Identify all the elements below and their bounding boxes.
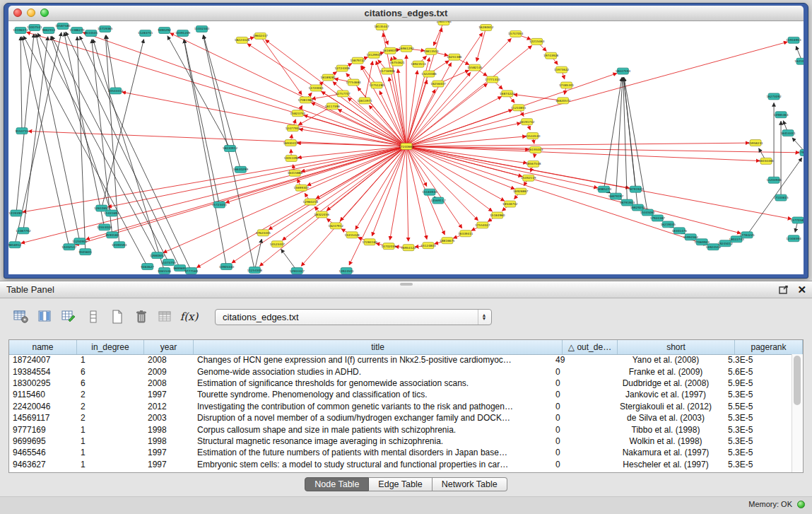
graph-node[interactable]: 17784225 [740, 232, 755, 238]
graph-node[interactable]: 17623405 [256, 230, 271, 236]
graph-node[interactable]: 11250905 [72, 238, 88, 245]
graph-node[interactable]: 14985464 [773, 112, 789, 118]
graph-node[interactable]: 12757707 [336, 90, 351, 97]
graph-node[interactable]: 13770581 [790, 217, 804, 223]
graph-node[interactable]: 16820577 [555, 98, 571, 104]
graph-node[interactable]: 14523407 [270, 241, 286, 247]
graph-node[interactable]: 18322456 [314, 211, 330, 218]
graph-node[interactable]: 11431694 [104, 210, 119, 216]
table-row[interactable]: 1872400712008Changes of HCN gene express… [9, 354, 792, 366]
graph-node[interactable]: 15699307 [294, 185, 310, 191]
column-header-out-degree[interactable]: △ out_de… [563, 340, 618, 354]
edit-table-button[interactable] [59, 308, 78, 326]
graph-node[interactable]: 10590594 [112, 242, 127, 248]
graph-node[interactable]: 9505601 [78, 249, 92, 255]
graph-node[interactable]: 16954122 [401, 245, 416, 251]
graph-node[interactable]: 13220386 [421, 71, 437, 77]
graph-node[interactable]: 16874224 [500, 90, 515, 97]
graph-node[interactable]: 16247912 [329, 223, 344, 229]
graph-node[interactable]: 19813504 [423, 48, 439, 54]
graph-node[interactable]: 16219045 [661, 221, 676, 228]
column-header-title[interactable]: title [194, 340, 563, 354]
column-header-short[interactable]: short [618, 340, 735, 354]
graph-node[interactable]: 20533412 [108, 88, 124, 94]
graph-node[interactable]: 14569117 [430, 197, 446, 204]
graph-node[interactable]: 16256407 [430, 81, 446, 87]
graph-node[interactable]: 12724308 [335, 65, 351, 71]
graph-node[interactable]: 16195003 [528, 147, 543, 153]
graph-node[interactable]: 17771310 [485, 76, 500, 83]
graph-node[interactable]: 11087792 [16, 228, 31, 234]
create-column-button[interactable] [107, 308, 126, 326]
graph-node[interactable]: 10391209 [175, 30, 191, 36]
graph-node[interactable]: 16754621 [389, 59, 405, 66]
tab-network-table[interactable]: Network Table [433, 477, 507, 491]
graph-node[interactable]: 9490292 [158, 27, 171, 33]
close-panel-icon[interactable]: ✕ [797, 284, 806, 295]
minimize-button[interactable] [27, 8, 35, 17]
graph-node[interactable]: 12203946 [766, 177, 782, 183]
graph-node[interactable]: 15124803 [420, 243, 436, 249]
graph-node[interactable]: 10196372 [13, 27, 28, 33]
table-row[interactable]: 1938455462009Genome-wide association stu… [9, 366, 792, 377]
table-scrollbar[interactable] [792, 354, 803, 472]
graph-node[interactable]: 9777169 [184, 268, 198, 274]
graph-node[interactable]: 15716906 [379, 68, 395, 74]
zoom-button[interactable] [40, 8, 49, 17]
tab-edge-table[interactable]: Edge Table [369, 477, 432, 491]
graph-node[interactable]: 15879722 [350, 57, 365, 64]
function-builder-button[interactable]: f(x) [180, 308, 199, 326]
graph-node[interactable]: 18567548 [526, 160, 541, 167]
graph-node[interactable]: 15492119 [521, 175, 536, 181]
column-header-name[interactable]: name [9, 340, 77, 354]
graph-node[interactable]: 16273092 [766, 93, 782, 100]
graph-node[interactable]: 13924501 [339, 268, 355, 274]
graph-node[interactable]: 16169070 [382, 47, 398, 54]
graph-node[interactable]: 16879197 [608, 193, 624, 199]
table-row[interactable]: 1456911722003Disruption of a novel membe… [9, 412, 792, 424]
column-header-pagerank[interactable]: pagerank [735, 340, 803, 354]
graph-node[interactable]: 11032340 [194, 25, 210, 32]
network-window-titlebar[interactable]: citations_edges.txt [8, 6, 804, 21]
graph-node[interactable]: 16251386 [447, 54, 462, 60]
graph-node[interactable]: 19602417 [253, 33, 269, 39]
graph-node[interactable]: 18816675 [440, 238, 455, 244]
panel-resize-handle[interactable] [400, 283, 413, 286]
graph-node[interactable]: 18301476 [672, 228, 688, 234]
table-row[interactable]: 946362711997Embryonic stem cells: a mode… [9, 459, 792, 470]
table-row[interactable]: 911546021997Tourette syndrome. Phenomeno… [9, 389, 792, 400]
graph-node[interactable]: 13129933 [366, 52, 382, 58]
graph-node[interactable]: 15823754 [290, 110, 306, 117]
graph-node[interactable]: 11254308 [247, 267, 263, 274]
graph-node[interactable]: 16414431 [780, 130, 796, 136]
table-row[interactable]: 946554611997Estimation of the future num… [9, 447, 792, 458]
graph-node[interactable]: 15184936 [422, 189, 437, 195]
graph-node[interactable]: 9590183 [105, 232, 119, 238]
graph-node[interactable]: 16640299 [233, 166, 249, 173]
graph-node[interactable]: 17284160 [362, 239, 377, 245]
graph-node[interactable]: 16930417 [283, 140, 299, 146]
graph-node[interactable]: 10193907 [8, 210, 24, 216]
graph-node[interactable]: 16210307 [794, 58, 804, 64]
graph-node[interactable]: 14613971 [357, 98, 372, 104]
graph-node[interactable]: 13051092 [284, 155, 300, 161]
graph-node[interactable]: 10719365 [98, 25, 113, 32]
graph-node[interactable]: 18548732 [502, 201, 518, 207]
graph-node[interactable]: 9856912 [8, 242, 22, 248]
graph-node[interactable]: 15184960 [490, 212, 505, 218]
graph-node[interactable]: 18923514 [411, 61, 426, 67]
row-height-button[interactable] [83, 308, 102, 326]
graph-node[interactable]: 12215463 [529, 38, 545, 45]
graph-node[interactable]: 9634505 [84, 30, 98, 36]
graph-node[interactable]: 15582145 [467, 64, 483, 71]
graph-node[interactable]: 11544530 [525, 133, 541, 139]
graph-node[interactable]: 15747054 [508, 30, 524, 37]
graph-node[interactable]: 16117396 [325, 103, 341, 110]
graph-node[interactable]: 17240663 [399, 144, 414, 150]
show-columns-button[interactable] [35, 308, 54, 326]
table-row[interactable]: 969969511998Structural magnetic resonanc… [9, 436, 792, 447]
graph-node[interactable]: 11386270 [69, 27, 85, 33]
graph-node[interactable]: 12960218 [303, 199, 319, 205]
graph-node[interactable]: 14702039 [381, 243, 396, 250]
graph-node[interactable]: 16189281 [321, 74, 336, 81]
